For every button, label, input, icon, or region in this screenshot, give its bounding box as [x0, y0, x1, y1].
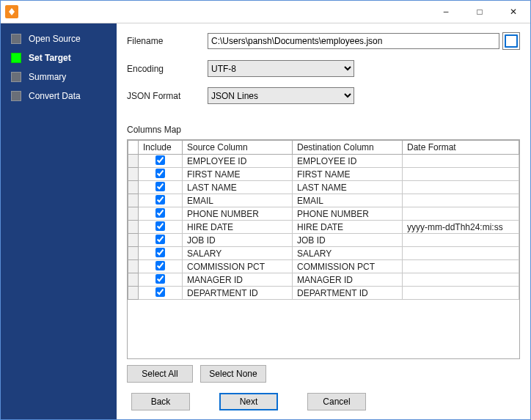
browse-button[interactable] [502, 32, 520, 50]
dateformat-cell[interactable] [403, 181, 519, 194]
main-panel: Filename Encoding UTF-8 JSON Format JSON… [117, 23, 530, 419]
encoding-select[interactable]: UTF-8 [208, 60, 354, 77]
table-row[interactable]: COMMISSION PCTCOMMISSION PCT [128, 260, 519, 273]
include-cell [139, 168, 183, 181]
source-cell[interactable]: LAST NAME [183, 181, 293, 194]
destination-cell[interactable]: LAST NAME [293, 181, 403, 194]
dateformat-cell[interactable] [403, 260, 519, 273]
destination-cell[interactable]: EMAIL [293, 194, 403, 207]
row-header[interactable] [128, 287, 139, 300]
row-header[interactable] [128, 155, 139, 168]
cancel-button[interactable]: Cancel [307, 393, 366, 410]
include-checkbox[interactable] [155, 169, 165, 178]
destination-cell[interactable]: SALARY [293, 247, 403, 260]
include-checkbox[interactable] [155, 208, 165, 218]
destination-cell[interactable]: DEPARTMENT ID [293, 287, 403, 300]
select-none-button[interactable]: Select None [200, 365, 266, 383]
browse-icon [505, 34, 518, 48]
step-set-target[interactable]: Set Target [1, 48, 117, 67]
dateformat-cell[interactable] [403, 155, 519, 168]
source-cell[interactable]: MANAGER ID [183, 273, 293, 287]
include-checkbox[interactable] [155, 248, 165, 257]
select-all-button[interactable]: Select All [127, 365, 193, 383]
dateformat-cell[interactable] [403, 234, 519, 247]
table-row[interactable]: JOB IDJOB ID [128, 234, 519, 247]
table-row[interactable]: EMPLOYEE IDEMPLOYEE ID [128, 155, 519, 168]
include-checkbox[interactable] [155, 195, 165, 205]
row-header[interactable] [128, 234, 139, 247]
destination-cell[interactable]: PHONE NUMBER [293, 207, 403, 221]
filename-input[interactable] [208, 33, 499, 49]
destination-cell[interactable]: MANAGER ID [293, 273, 403, 287]
destination-cell[interactable]: FIRST NAME [293, 168, 403, 181]
source-cell[interactable]: EMPLOYEE ID [183, 155, 293, 168]
destination-cell[interactable]: HIRE DATE [293, 221, 403, 234]
step-convert-data[interactable]: Convert Data [1, 86, 117, 106]
row-header[interactable] [128, 221, 139, 234]
include-cell [139, 194, 183, 207]
include-checkbox[interactable] [155, 182, 165, 191]
source-cell[interactable]: DEPARTMENT ID [183, 287, 293, 300]
wizard-sidebar: Open Source Set Target Summary Convert D… [1, 23, 117, 419]
dateformat-cell[interactable]: yyyy-mm-ddThh24:mi:ss [403, 221, 519, 234]
include-checkbox[interactable] [155, 221, 165, 231]
step-summary[interactable]: Summary [1, 67, 117, 86]
include-checkbox[interactable] [155, 155, 165, 165]
maximize-button[interactable]: □ [463, 1, 497, 23]
destination-cell[interactable]: COMMISSION PCT [293, 260, 403, 273]
source-cell[interactable]: HIRE DATE [183, 221, 293, 234]
row-header[interactable] [128, 181, 139, 194]
table-row[interactable]: DEPARTMENT IDDEPARTMENT ID [128, 287, 519, 300]
col-destination-header[interactable]: Destination Column [293, 141, 403, 155]
source-cell[interactable]: JOB ID [183, 234, 293, 247]
step-label: Summary [29, 72, 66, 82]
close-button[interactable]: ✕ [497, 1, 530, 23]
table-row[interactable]: PHONE NUMBERPHONE NUMBER [128, 207, 519, 221]
source-cell[interactable]: EMAIL [183, 194, 293, 207]
col-source-header[interactable]: Source Column [183, 141, 293, 155]
dateformat-cell[interactable] [403, 207, 519, 221]
step-open-source[interactable]: Open Source [1, 29, 117, 48]
row-header[interactable] [128, 207, 139, 221]
source-cell[interactable]: SALARY [183, 247, 293, 260]
row-header[interactable] [128, 247, 139, 260]
row-header[interactable] [128, 260, 139, 273]
table-row[interactable]: HIRE DATEHIRE DATEyyyy-mm-ddThh24:mi:ss [128, 221, 519, 234]
source-cell[interactable]: COMMISSION PCT [183, 260, 293, 273]
source-cell[interactable]: PHONE NUMBER [183, 207, 293, 221]
include-cell [139, 260, 183, 273]
include-cell [139, 273, 183, 287]
columns-table: Include Source Column Destination Column… [128, 140, 519, 300]
include-cell [139, 287, 183, 300]
dateformat-cell[interactable] [403, 273, 519, 287]
json-format-select[interactable]: JSON Lines [208, 87, 354, 104]
table-row[interactable]: MANAGER IDMANAGER ID [128, 273, 519, 287]
include-checkbox[interactable] [155, 287, 165, 297]
include-checkbox[interactable] [155, 274, 165, 284]
row-header[interactable] [128, 273, 139, 287]
table-row[interactable]: SALARYSALARY [128, 247, 519, 260]
dateformat-cell[interactable] [403, 168, 519, 181]
include-checkbox[interactable] [155, 235, 165, 244]
include-cell [139, 234, 183, 247]
table-row[interactable]: FIRST NAMEFIRST NAME [128, 168, 519, 181]
destination-cell[interactable]: EMPLOYEE ID [293, 155, 403, 168]
table-row[interactable]: LAST NAMELAST NAME [128, 181, 519, 194]
row-header[interactable] [128, 194, 139, 207]
dateformat-cell[interactable] [403, 247, 519, 260]
next-button[interactable]: Next [219, 393, 278, 410]
col-dateformat-header[interactable]: Date Format [403, 141, 519, 155]
step-marker-icon [11, 91, 21, 101]
dateformat-cell[interactable] [403, 287, 519, 300]
app-icon [5, 5, 18, 18]
include-cell [139, 221, 183, 234]
dateformat-cell[interactable] [403, 194, 519, 207]
destination-cell[interactable]: JOB ID [293, 234, 403, 247]
row-header[interactable] [128, 168, 139, 181]
minimize-button[interactable]: – [429, 1, 463, 23]
include-checkbox[interactable] [155, 261, 165, 270]
col-include-header[interactable]: Include [139, 141, 183, 155]
back-button[interactable]: Back [131, 393, 190, 410]
source-cell[interactable]: FIRST NAME [183, 168, 293, 181]
table-row[interactable]: EMAILEMAIL [128, 194, 519, 207]
